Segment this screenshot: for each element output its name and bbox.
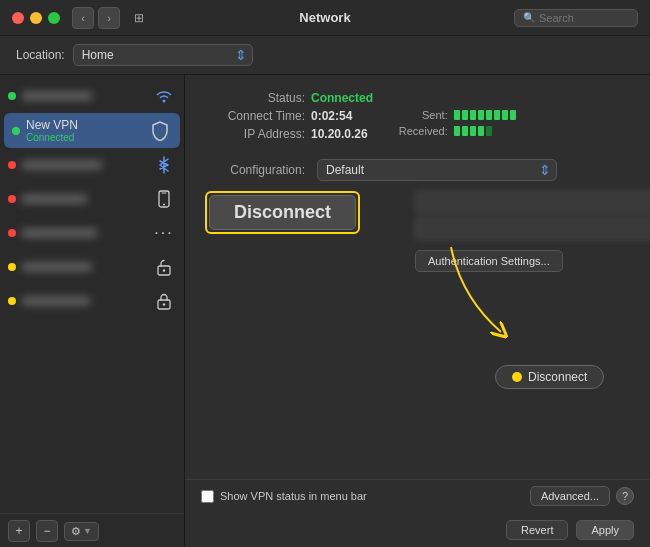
status-value: Connected	[311, 91, 373, 105]
item-name-4	[22, 195, 87, 203]
disconnect-annotation-button[interactable]: Disconnect	[495, 365, 604, 389]
sidebar-item-5[interactable]: ···	[0, 216, 184, 250]
item-name-1	[22, 92, 92, 100]
show-vpn-label[interactable]: Show VPN status in menu bar	[201, 490, 367, 503]
gear-chevron-icon: ▼	[83, 526, 92, 536]
recv-bar-4	[478, 126, 484, 136]
apply-button[interactable]: Apply	[576, 520, 634, 540]
minimize-button[interactable]	[30, 12, 42, 24]
server-field-2	[415, 217, 650, 239]
sent-bar-3	[470, 110, 476, 120]
sidebar-list: New VPN Connected	[0, 75, 184, 513]
bluetooth-icon	[152, 153, 176, 177]
item-name-3	[22, 161, 102, 169]
maximize-button[interactable]	[48, 12, 60, 24]
sidebar-item-7[interactable]	[0, 284, 184, 318]
item-name-5	[22, 229, 97, 237]
svg-point-6	[163, 303, 165, 305]
status-dot-1	[8, 92, 16, 100]
item-subtitle-vpn: Connected	[26, 132, 142, 143]
item-info-5	[22, 226, 146, 240]
lock-broken-icon	[152, 255, 176, 279]
item-info-6	[22, 260, 146, 274]
location-select-wrapper[interactable]: Home Work Automatic ⇕	[73, 44, 253, 66]
disconnect-highlight: Disconnect	[205, 191, 360, 234]
connect-time-label: Connect Time:	[205, 109, 305, 123]
forward-button[interactable]: ›	[98, 7, 120, 29]
remove-button[interactable]: −	[36, 520, 58, 542]
recv-bar-5	[486, 126, 492, 136]
sidebar-item-6[interactable]	[0, 250, 184, 284]
close-button[interactable]	[12, 12, 24, 24]
config-label: Configuration:	[205, 163, 305, 177]
received-row: Received:	[388, 125, 516, 137]
show-vpn-text: Show VPN status in menu bar	[220, 490, 367, 502]
annotation-dot-icon	[512, 372, 522, 382]
sent-bar-4	[478, 110, 484, 120]
advanced-button[interactable]: Advanced...	[530, 486, 610, 506]
status-dot-vpn	[12, 127, 20, 135]
window-title: Network	[299, 10, 350, 25]
lock-icon	[152, 289, 176, 313]
question-button[interactable]: ?	[616, 487, 634, 505]
item-info-7	[22, 294, 146, 308]
ip-address-label: IP Address:	[205, 127, 305, 141]
sidebar-item-4[interactable]	[0, 182, 184, 216]
recv-bar-2	[462, 126, 468, 136]
main-content: New VPN Connected	[0, 75, 650, 547]
sidebar-item-3[interactable]	[0, 148, 184, 182]
grid-button[interactable]: ⊞	[128, 7, 150, 29]
ip-address-value: 10.20.0.26	[311, 127, 368, 141]
disconnect-annotation-label: Disconnect	[528, 370, 587, 384]
config-select-wrapper[interactable]: Default Custom ⇕	[317, 159, 557, 181]
item-info-3	[22, 158, 146, 172]
item-name-6	[22, 263, 92, 271]
sent-bar-1	[454, 110, 460, 120]
received-label: Received:	[388, 125, 448, 137]
auth-settings-button[interactable]: Authentication Settings...	[415, 250, 563, 272]
server-fields	[415, 191, 650, 243]
status-dot-3	[8, 161, 16, 169]
connect-time-value: 0:02:54	[311, 109, 352, 123]
svg-point-1	[163, 204, 165, 206]
vpn-icon	[148, 119, 172, 143]
received-bars	[454, 126, 492, 136]
phone-icon	[152, 187, 176, 211]
status-dot-5	[8, 229, 16, 237]
svg-point-4	[163, 269, 165, 271]
info-section: Status: Connected Connect Time: 0:02:54 …	[205, 91, 630, 145]
right-panel: Status: Connected Connect Time: 0:02:54 …	[185, 75, 650, 547]
config-select[interactable]: Default Custom	[317, 159, 557, 181]
server-field-1	[415, 191, 650, 213]
bottom-options-bar: Show VPN status in menu bar Advanced... …	[185, 479, 650, 512]
item-info-4	[22, 192, 146, 206]
sent-bars	[454, 110, 516, 120]
search-input[interactable]	[539, 12, 629, 24]
location-select[interactable]: Home Work Automatic	[73, 44, 253, 66]
search-box[interactable]: 🔍	[514, 9, 638, 27]
sidebar-item-vpn[interactable]: New VPN Connected	[4, 113, 180, 148]
status-row: Status: Connected	[205, 91, 630, 105]
revert-button[interactable]: Revert	[506, 520, 568, 540]
sidebar: New VPN Connected	[0, 75, 185, 547]
connect-time-row: Connect Time: 0:02:54	[205, 109, 368, 123]
show-vpn-checkbox[interactable]	[201, 490, 214, 503]
config-row: Configuration: Default Custom ⇕	[205, 159, 630, 181]
status-dot-7	[8, 297, 16, 305]
recv-bar-3	[470, 126, 476, 136]
back-button[interactable]: ‹	[72, 7, 94, 29]
sent-bar-6	[494, 110, 500, 120]
sidebar-item-1[interactable]	[0, 79, 184, 113]
disconnect-button[interactable]: Disconnect	[209, 195, 356, 230]
sent-bar-5	[486, 110, 492, 120]
sent-bar-8	[510, 110, 516, 120]
location-bar: Location: Home Work Automatic ⇕	[0, 36, 650, 75]
nav-buttons: ‹ ›	[72, 7, 120, 29]
status-label: Status:	[205, 91, 305, 105]
item-name-vpn: New VPN	[26, 118, 142, 132]
gear-button[interactable]: ⚙ ▼	[64, 522, 99, 541]
sent-bar-2	[462, 110, 468, 120]
sent-label: Sent:	[388, 109, 448, 121]
add-button[interactable]: +	[8, 520, 30, 542]
status-dot-6	[8, 263, 16, 271]
